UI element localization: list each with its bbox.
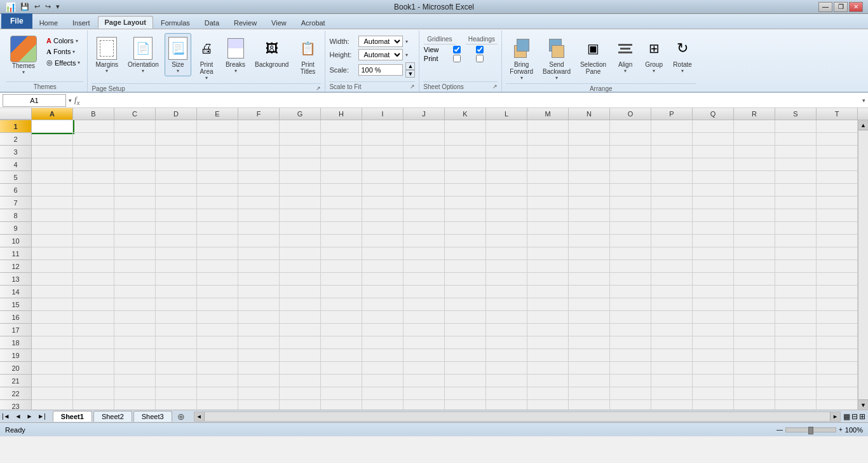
cell-L11[interactable] <box>486 247 527 260</box>
cell-O6[interactable] <box>610 184 651 197</box>
cell-T14[interactable] <box>817 286 858 298</box>
breaks-button[interactable]: Breaks ▾ <box>222 33 249 76</box>
cell-A5[interactable] <box>32 171 73 184</box>
cell-D20[interactable] <box>156 362 197 375</box>
cell-P18[interactable] <box>651 336 693 349</box>
cell-M2[interactable] <box>527 133 569 146</box>
row-header-8[interactable]: 8 <box>0 209 31 222</box>
cell-D1[interactable] <box>156 120 197 133</box>
cell-J18[interactable] <box>403 336 445 349</box>
cell-Q17[interactable] <box>693 324 734 336</box>
cell-D23[interactable] <box>156 400 197 410</box>
cell-E22[interactable] <box>197 387 238 400</box>
cell-T1[interactable] <box>817 120 858 133</box>
cell-B5[interactable] <box>73 171 114 184</box>
cell-N1[interactable] <box>569 120 610 133</box>
cell-S18[interactable] <box>775 336 817 349</box>
cell-R23[interactable] <box>734 400 775 410</box>
cell-H18[interactable] <box>321 336 362 349</box>
cell-E7[interactable] <box>197 197 238 209</box>
cell-R10[interactable] <box>734 235 775 247</box>
cell-E10[interactable] <box>197 235 238 247</box>
zoom-out-btn[interactable]: — <box>776 426 783 433</box>
row-header-17[interactable]: 17 <box>0 324 31 336</box>
cell-L23[interactable] <box>486 400 527 410</box>
cell-I8[interactable] <box>362 209 403 222</box>
cell-G8[interactable] <box>280 209 321 222</box>
cell-E5[interactable] <box>197 171 238 184</box>
cell-O11[interactable] <box>610 247 651 260</box>
cell-Q3[interactable] <box>693 146 734 158</box>
cell-A15[interactable] <box>32 298 73 311</box>
cell-O2[interactable] <box>610 133 651 146</box>
cell-F14[interactable] <box>238 286 280 298</box>
cell-J13[interactable] <box>403 273 445 286</box>
cell-A10[interactable] <box>32 235 73 247</box>
cell-K15[interactable] <box>445 298 486 311</box>
cell-D15[interactable] <box>156 298 197 311</box>
cell-L12[interactable] <box>486 260 527 273</box>
cell-L5[interactable] <box>486 171 527 184</box>
scroll-left-btn[interactable]: ◄ <box>194 412 205 421</box>
cell-R22[interactable] <box>734 387 775 400</box>
cell-A12[interactable] <box>32 260 73 273</box>
cell-E16[interactable] <box>197 311 238 324</box>
cell-C12[interactable] <box>114 260 156 273</box>
cell-I6[interactable] <box>362 184 403 197</box>
cell-A20[interactable] <box>32 362 73 375</box>
cell-N10[interactable] <box>569 235 610 247</box>
cell-F4[interactable] <box>238 158 280 171</box>
selection-pane-button[interactable]: ▣ SelectionPane <box>576 33 610 78</box>
sheet-tab-3[interactable]: Sheet3 <box>133 411 172 422</box>
cell-T15[interactable] <box>817 298 858 311</box>
cell-E2[interactable] <box>197 133 238 146</box>
cell-B16[interactable] <box>73 311 114 324</box>
cell-K20[interactable] <box>445 362 486 375</box>
cell-Q13[interactable] <box>693 273 734 286</box>
cell-G3[interactable] <box>280 146 321 158</box>
cell-S11[interactable] <box>775 247 817 260</box>
cell-K11[interactable] <box>445 247 486 260</box>
cell-B11[interactable] <box>73 247 114 260</box>
cell-Q5[interactable] <box>693 171 734 184</box>
cell-B18[interactable] <box>73 336 114 349</box>
cell-H12[interactable] <box>321 260 362 273</box>
cell-P4[interactable] <box>651 158 693 171</box>
cell-J20[interactable] <box>403 362 445 375</box>
cell-G5[interactable] <box>280 171 321 184</box>
cell-R6[interactable] <box>734 184 775 197</box>
cell-G6[interactable] <box>280 184 321 197</box>
cell-N13[interactable] <box>569 273 610 286</box>
cell-T23[interactable] <box>817 400 858 410</box>
cell-R16[interactable] <box>734 311 775 324</box>
cell-G4[interactable] <box>280 158 321 171</box>
cell-F2[interactable] <box>238 133 280 146</box>
cell-B3[interactable] <box>73 146 114 158</box>
row-header-4[interactable]: 4 <box>0 158 31 171</box>
cell-I1[interactable] <box>362 120 403 133</box>
cell-K1[interactable] <box>445 120 486 133</box>
save-quick-btn[interactable]: 💾 <box>18 2 31 11</box>
cell-G1[interactable] <box>280 120 321 133</box>
cell-M8[interactable] <box>527 209 569 222</box>
cell-R12[interactable] <box>734 260 775 273</box>
row-header-19[interactable]: 19 <box>0 349 31 362</box>
cell-O20[interactable] <box>610 362 651 375</box>
last-sheet-btn[interactable]: ►| <box>36 412 48 420</box>
cell-T3[interactable] <box>817 146 858 158</box>
cell-F22[interactable] <box>238 387 280 400</box>
cell-R7[interactable] <box>734 197 775 209</box>
cell-H1[interactable] <box>321 120 362 133</box>
tab-acrobat[interactable]: Acrobat <box>294 17 332 29</box>
col-header-B[interactable]: B <box>73 108 114 120</box>
cell-S5[interactable] <box>775 171 817 184</box>
tab-formulas[interactable]: Formulas <box>154 17 197 29</box>
cell-T20[interactable] <box>817 362 858 375</box>
cell-C8[interactable] <box>114 209 156 222</box>
close-btn[interactable]: ✕ <box>849 2 863 12</box>
cell-A13[interactable] <box>32 273 73 286</box>
cell-P12[interactable] <box>651 260 693 273</box>
scale-down-btn[interactable]: ▼ <box>405 70 415 78</box>
cell-A8[interactable] <box>32 209 73 222</box>
scale-up-btn[interactable]: ▲ <box>405 62 415 70</box>
